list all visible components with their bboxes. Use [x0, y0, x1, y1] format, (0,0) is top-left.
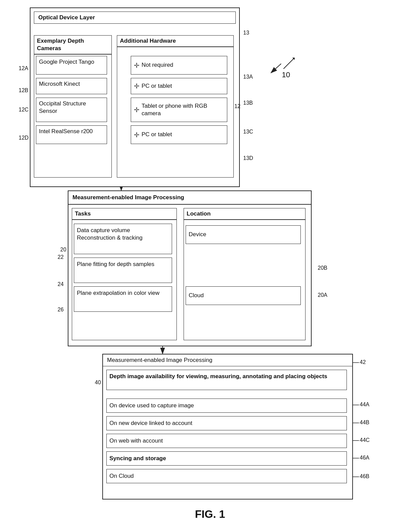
ref-44a: 44A [360, 402, 369, 408]
image-processing-bottom-box: Measurement-enabled Image Processing Dep… [102, 354, 353, 500]
task-26-label: Plane extrapolation in color view [77, 290, 160, 296]
camera-12c-label: Occipital Structure Sensor [39, 100, 86, 114]
ref-13b: 13B [243, 100, 253, 106]
svg-line-20 [284, 59, 294, 69]
optical-layer-title-text: Optical Device Layer [38, 14, 95, 21]
camera-12b-label: Microsoft Kinect [39, 81, 80, 87]
ref-13d: 13D [243, 155, 253, 161]
additional-hardware-box: Additional Hardware ✛ Not required ✛ PC … [117, 35, 234, 178]
exemplary-cameras-header: Exemplary Depth Cameras [37, 38, 84, 52]
hw-item-13c: ✛ Tablet or phone with RGB camera [131, 98, 227, 122]
diagram-container: Optical Device Layer Exemplary Depth Cam… [0, 0, 420, 530]
cross-icon-13b: ✛ [134, 82, 140, 90]
camera-item-12d: Intel RealSense r200 [36, 125, 107, 144]
exemplary-cameras-box: Exemplary Depth Cameras Google Project T… [34, 35, 112, 178]
ref-13a: 13A [243, 74, 253, 80]
bold-feature-label: Depth image availability for viewing, me… [109, 373, 327, 380]
hw-13d-label: PC or tablet [142, 131, 172, 138]
ref-12a: 12A [19, 65, 28, 72]
ref-12d: 12D [19, 135, 28, 141]
hw-13a-label: Not required [142, 61, 173, 69]
cross-icon-13a: ✛ [134, 61, 140, 69]
item-44b: On new device linked to account [106, 416, 347, 430]
tasks-box: Tasks Data capture volume Reconstruction… [72, 208, 177, 340]
ref-12b: 12B [19, 87, 28, 94]
image-processing-top-box: Measurement-enabled Image Processing Tas… [68, 190, 312, 346]
additional-hardware-header: Additional Hardware [120, 38, 176, 44]
hw-13c-label: Tablet or phone with RGB camera [142, 102, 224, 117]
ref-44c: 44C [360, 437, 370, 443]
camera-item-12c: Occipital Structure Sensor [36, 98, 107, 122]
ref-20: 20 [60, 247, 66, 253]
image-processing-top-title: Measurement-enabled Image Processing [72, 194, 184, 201]
task-item-24: Plane fitting for depth samples [74, 258, 172, 283]
figure-label: FIG. 1 [0, 508, 420, 521]
ref-26: 26 [58, 307, 64, 313]
ref-20b: 20B [318, 265, 327, 271]
ref-44b: 44B [360, 420, 369, 426]
location-box: Location Device Cloud [184, 208, 306, 340]
ref-42: 42 [360, 359, 366, 365]
ref-46b: 46B [360, 473, 369, 480]
ref-22: 22 [58, 254, 64, 260]
ref-46a: 46A [360, 455, 369, 461]
ref-12-label: 12 [234, 103, 240, 109]
optical-device-layer-box: Optical Device Layer Exemplary Depth Cam… [30, 7, 240, 187]
cross-icon-13c: ✛ [134, 106, 140, 114]
task-22-label: Data capture volume Reconstruction & tra… [77, 227, 143, 241]
hw-item-13a: ✛ Not required [131, 56, 227, 75]
task-item-22: Data capture volume Reconstruction & tra… [74, 224, 172, 254]
tasks-header: Tasks [75, 210, 91, 217]
item-46a: Syncing and storage [106, 451, 347, 466]
hw-13b-label: PC or tablet [142, 82, 172, 90]
hw-item-13d: ✛ PC or tablet [131, 125, 227, 144]
location-device: Device [186, 225, 301, 244]
optical-layer-title: Optical Device Layer [34, 12, 236, 24]
ref-13c: 13C [243, 129, 253, 135]
label-46b: On Cloud [109, 472, 134, 480]
camera-12d-label: Intel RealSense r200 [39, 128, 93, 135]
bold-feature-item: Depth image availability for viewing, me… [106, 370, 347, 390]
cross-icon-13d: ✛ [134, 131, 140, 139]
camera-12a-label: Google Project Tango [39, 59, 94, 65]
location-device-label: Device [189, 231, 206, 238]
ref-10-label: 10 [282, 57, 295, 79]
label-44b: On new device linked to account [109, 420, 192, 427]
item-44a: On device used to capture image [106, 399, 347, 413]
task-item-26: Plane extrapolation in color view [74, 286, 172, 312]
item-44c: On web with account [106, 434, 347, 448]
location-cloud-label: Cloud [189, 292, 204, 299]
ref-12c: 12C [19, 107, 28, 113]
camera-item-12a: Google Project Tango [36, 56, 107, 75]
ref-13: 13 [243, 30, 249, 36]
ref-40: 40 [95, 380, 101, 386]
hw-item-13b: ✛ PC or tablet [131, 78, 227, 94]
label-46a: Syncing and storage [109, 455, 166, 462]
ref-20a: 20A [318, 292, 327, 298]
item-46b: On Cloud [106, 469, 347, 483]
ref-24: 24 [58, 281, 64, 287]
task-24-label: Plane fitting for depth samples [77, 261, 154, 267]
image-processing-bottom-title: Measurement-enabled Image Processing [107, 357, 212, 363]
location-header: Location [187, 210, 211, 217]
camera-item-12b: Microsoft Kinect [36, 78, 107, 94]
svg-line-4 [271, 64, 281, 73]
label-44c: On web with account [109, 437, 163, 445]
label-44a: On device used to capture image [109, 402, 194, 409]
location-cloud: Cloud [186, 286, 301, 305]
